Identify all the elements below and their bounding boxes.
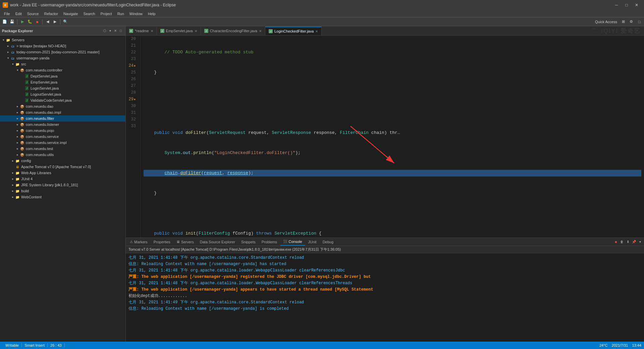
- console-tab-markers[interactable]: ⚠ Markers: [127, 238, 150, 246]
- tree-item-junit_4[interactable]: ▸📁JUnit 4: [0, 176, 125, 182]
- tree-item-today-common-2021_[today-commo[interactable]: ▸🗂today-common-2021 [today-common-2021 m…: [0, 49, 125, 55]
- line-num-28: 28: [126, 89, 138, 96]
- menu-navigate[interactable]: Navigate: [61, 10, 80, 17]
- code-editor[interactable]: 20 21 22 23 24⬧ 25 26 27 28 29⬧ 30 31 32…: [126, 36, 644, 238]
- tab-close-charencodingfilter[interactable]: ✕: [259, 29, 262, 33]
- menu-project[interactable]: Project: [98, 10, 114, 17]
- console-tab-junit[interactable]: JUnit: [306, 238, 319, 246]
- package-explorer-title: Package Explorer: [2, 29, 102, 33]
- tree-item-com.neuedu.listener[interactable]: ▸📦com.neuedu.listener: [0, 121, 125, 128]
- toolbar-debug[interactable]: 🐛: [26, 18, 33, 25]
- tree-item-label: com.neuedu.dao.impl: [26, 110, 61, 114]
- tab-readme[interactable]: R *readme ✕: [126, 27, 157, 35]
- toolbar-search[interactable]: 🔍: [62, 18, 69, 25]
- tree-item-com.neuedu.service.impl[interactable]: ▸📦com.neuedu.service.impl: [0, 140, 125, 146]
- tree-item-com.neuedu.controller[interactable]: ▾📦com.neuedu.controller: [0, 67, 125, 73]
- menu-search[interactable]: Search: [81, 10, 98, 17]
- menu-edit[interactable]: Edit: [13, 10, 24, 17]
- tree-item-label: build: [21, 189, 29, 193]
- status-temp: 24°C: [599, 343, 608, 347]
- tree-item-empservlet.java[interactable]: JEmpServlet.java: [0, 79, 125, 85]
- tree-item-apache_tomcat_v7.0_[apache_tom[interactable]: 🖥Apache Tomcat v7.0 [Apache Tomcat v7.0]: [0, 164, 125, 170]
- tab-charencodingfilter[interactable]: J CharacterEncodingFilter.java ✕: [201, 27, 265, 35]
- tree-item-deptservlet.java[interactable]: JDeptServlet.java: [0, 73, 125, 79]
- tab-close-logincheckedfilter[interactable]: ✕: [315, 30, 318, 33]
- console-tab-servers[interactable]: 🖥 Servers: [174, 238, 197, 246]
- tab-close-readme[interactable]: ✕: [151, 29, 153, 33]
- console-menu-btn[interactable]: ▾: [637, 239, 643, 245]
- tree-item-label: JUnit 4: [21, 177, 33, 181]
- tree-item-logoutservlet.java[interactable]: JLogoutServlet.java: [0, 91, 125, 97]
- console-tab-problems[interactable]: Problems: [259, 238, 280, 246]
- toolbar-perspectives[interactable]: ⊞: [620, 18, 627, 25]
- console-clear-btn[interactable]: 🗑: [619, 239, 625, 245]
- tree-item-label: com.neuedu.pojo: [26, 129, 54, 133]
- console-tab-console[interactable]: ⬛ Console: [280, 238, 305, 246]
- tree-item-webcontent[interactable]: ▸📁WebContent: [0, 194, 125, 200]
- tree-item-com.neuedu.filter[interactable]: ▸📦com.neuedu.filter: [0, 115, 125, 121]
- toolbar-forward[interactable]: ▶: [52, 18, 58, 25]
- tree-item-com.neuedu.service[interactable]: ▸📦com.neuedu.service: [0, 134, 125, 140]
- code-lines[interactable]: // TODO Auto-generated method stub } pub…: [141, 36, 644, 238]
- tree-item-com.neuedu.dao.impl[interactable]: ▸📦com.neuedu.dao.impl: [0, 109, 125, 115]
- tree-item-com.neuedu.pojo[interactable]: ▸📦com.neuedu.pojo: [0, 128, 125, 134]
- tree-item-web_app_libraries[interactable]: ▸📁Web App Libraries: [0, 170, 125, 176]
- tab-close-empservlet[interactable]: ✕: [195, 29, 197, 33]
- console-stop-btn[interactable]: ■: [613, 239, 619, 245]
- console-pin-btn[interactable]: 📌: [631, 239, 637, 245]
- pe-expand-btn[interactable]: □: [118, 28, 123, 34]
- console-tab-snippets[interactable]: Snippets: [238, 238, 258, 246]
- menu-help[interactable]: Help: [145, 10, 158, 17]
- menu-run[interactable]: Run: [115, 10, 127, 17]
- tab-icon-charencodingfilter: J: [204, 29, 208, 33]
- line-num-22: 22: [126, 49, 138, 56]
- menu-file[interactable]: File: [1, 10, 13, 17]
- status-date: 2021/7/31: [612, 343, 628, 347]
- pe-minimize-btn[interactable]: ⬡: [102, 28, 107, 34]
- menu-source[interactable]: Source: [24, 10, 42, 17]
- code-line-28: [144, 210, 641, 217]
- tree-item-build[interactable]: ▸📁build: [0, 188, 125, 194]
- toolbar-save[interactable]: 💾: [9, 18, 15, 25]
- toolbar-back[interactable]: ◀: [44, 18, 51, 25]
- tab-empservlet[interactable]: J EmpServlet.java ✕: [157, 27, 201, 35]
- toolbar-settings[interactable]: ⚙: [628, 18, 635, 25]
- tree-item-label: > testajax [testajax NO-HEAD]: [16, 44, 66, 48]
- toolbar-new[interactable]: 📄: [1, 18, 8, 25]
- tree-item-src[interactable]: ▾📁src: [0, 61, 125, 67]
- console-scroll-btn[interactable]: ⬇: [625, 239, 631, 245]
- menu-window[interactable]: Window: [127, 10, 145, 17]
- type-filterconfig: FilterConfig: [199, 230, 230, 237]
- console-tab-datasource[interactable]: Data Source Explorer: [197, 238, 238, 246]
- tree-item-com.neuedu.dao[interactable]: ▸📦com.neuedu.dao: [0, 103, 125, 109]
- title-bar: E work - Java EE - usermanager-yanda/src…: [0, 0, 644, 10]
- pe-close-btn[interactable]: ✕: [113, 28, 118, 34]
- tree-item-config[interactable]: ▸📁config: [0, 158, 125, 164]
- package-explorer-tree: ▾📁Servers▸🗂> testajax [testajax NO-HEAD]…: [0, 36, 125, 342]
- pe-menu-btn[interactable]: ▾: [107, 28, 113, 34]
- tree-item-servers[interactable]: ▾📁Servers: [0, 37, 125, 43]
- kw-throws: throws: [256, 230, 272, 237]
- status-bar: Writable Smart Insert 26 : 43 24°C 2021/…: [0, 342, 644, 349]
- console-tab-debug[interactable]: Debug: [320, 238, 336, 246]
- toolbar-run[interactable]: ▶: [19, 18, 26, 25]
- tab-label-readme: *readme: [135, 29, 149, 33]
- console-content[interactable]: 七月 31, 2021 1:41:48 下午 org.apache.catali…: [126, 253, 644, 342]
- maximize-button[interactable]: □: [622, 2, 631, 8]
- toolbar-maximize[interactable]: □: [636, 18, 643, 25]
- menu-refactor[interactable]: Refactor: [42, 10, 61, 17]
- tab-logincheckedfilter[interactable]: J LoginCheckedFilter.java ✕: [265, 27, 322, 35]
- tree-item-jre_system_library_[jdk1.8.0_1[interactable]: ▸📁JRE System Library [jdk1.8.0_181]: [0, 182, 125, 188]
- console-tab-properties[interactable]: Properties: [151, 238, 173, 246]
- tree-item-usermanager-yanda[interactable]: ▾🗂usermanager-yanda: [0, 55, 125, 61]
- tree-item->_testajax_[testajax_no-head][interactable]: ▸🗂> testajax [testajax NO-HEAD]: [0, 43, 125, 49]
- tree-item-com.neuedu.test[interactable]: ▸📦com.neuedu.test: [0, 146, 125, 152]
- minimize-button[interactable]: ─: [612, 2, 621, 8]
- toolbar-stop[interactable]: ■: [34, 18, 41, 25]
- tree-item-validatecodeservlet.java[interactable]: JValidateCodeServlet.java: [0, 97, 125, 103]
- tree-item-com.neuedu.utils[interactable]: ▸📦com.neuedu.utils: [0, 152, 125, 158]
- line-num-31: 31: [126, 109, 138, 116]
- status-insert: Smart Insert: [22, 343, 48, 347]
- tree-item-loginservlet.java[interactable]: JLoginServlet.java: [0, 85, 125, 91]
- close-button[interactable]: ✕: [632, 2, 641, 8]
